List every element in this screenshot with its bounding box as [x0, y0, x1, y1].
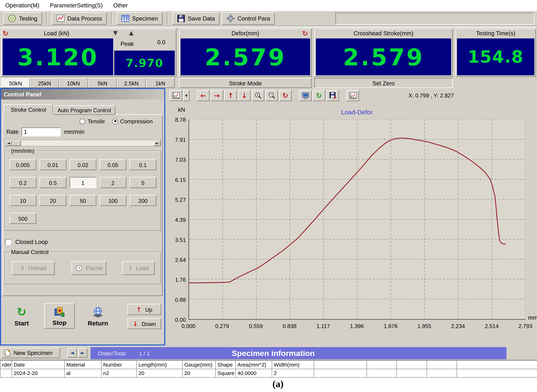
specimen-table: rderDateMaterialNumberLength(mm)Gauge(mm… [0, 360, 537, 378]
menu-item-parametersettings[interactable]: ParameterSetting(S) [50, 2, 103, 9]
rate-input[interactable] [22, 127, 61, 136]
range-button-10kn[interactable]: 10kN [59, 78, 88, 88]
unload-button[interactable]: ⇩ Unload [12, 261, 55, 275]
speed-button-0-005[interactable]: 0.005 [9, 159, 36, 170]
table-row[interactable]: 2024-2-20aln22020Square40.00002 [0, 369, 537, 378]
table-cell: 40.0000 [236, 369, 272, 378]
speed-button-10[interactable]: 10 [9, 195, 36, 206]
table-cell: 20 [182, 369, 216, 378]
speed-button-0-5[interactable]: 0.5 [40, 177, 66, 188]
load-value: 3.120 [17, 43, 98, 70]
speed-button-20[interactable]: 20 [40, 195, 66, 206]
peak-aux-value: 0.0 [157, 39, 165, 45]
column-header [367, 361, 397, 369]
new-specimen-button[interactable]: New Specimen [1, 348, 60, 358]
scrollbar-thumb[interactable] [12, 140, 21, 146]
speed-button-50[interactable]: 50 [69, 195, 96, 206]
range-button-25kn[interactable]: 25kN [30, 78, 59, 88]
table-cell: 20 [137, 369, 182, 378]
range-button-1kn[interactable]: 1kN [146, 78, 175, 88]
menu-item-operationm[interactable]: Operation(M) [5, 2, 39, 9]
tab-auto-program-control[interactable]: Auto Program Control [53, 105, 115, 115]
tensile-radio[interactable] [80, 118, 85, 124]
speed-group-label: (mm/min) [9, 148, 36, 154]
chartline-icon [56, 14, 65, 23]
load-display: 3.120 [3, 38, 113, 75]
arrow-left-icon: ← [200, 91, 206, 99]
speed-button-0-05[interactable]: 0.05 [100, 159, 126, 170]
next-specimen-button[interactable]: ► [78, 348, 88, 358]
x-tick-label: 2.514 [478, 323, 505, 329]
unload-arrow-icon: ⇩ [20, 265, 25, 271]
menu-item-other[interactable]: Other [113, 2, 128, 9]
tensile-label: Tensile [88, 118, 105, 124]
stroke-mode-button[interactable]: Stroke Mode [179, 78, 312, 88]
start-icon: ↻ [17, 306, 26, 319]
speed-button-2[interactable]: 2 [100, 177, 126, 188]
speed-button-0-01[interactable]: 0.01 [40, 159, 66, 170]
chart-select-button[interactable] [170, 90, 182, 101]
peak-down-icon[interactable]: ▼ [113, 29, 118, 36]
zoom-in-button[interactable] [252, 90, 264, 101]
stop-button[interactable]: Stop [44, 303, 75, 329]
closed-loop-label: Closed Loop [15, 239, 48, 245]
speed-button-200[interactable]: 200 [130, 195, 156, 206]
export-button[interactable] [326, 90, 339, 101]
speed-button-100[interactable]: 100 [100, 195, 126, 206]
pause-label: Pause [86, 265, 102, 271]
toolbar-button-save-data[interactable]: Save Data [172, 12, 220, 25]
scroll-left-icon[interactable]: ◄ [5, 140, 12, 146]
range-button-5kn[interactable]: 5kN [88, 78, 117, 88]
toolbar-separator [167, 13, 168, 24]
peak-up-icon[interactable]: ▲ [129, 29, 133, 36]
speed-button-0-2[interactable]: 0.2 [9, 177, 36, 188]
x-tick-label: 1.955 [411, 323, 438, 329]
toolbar-button-label: Data Process [67, 15, 102, 22]
speed-button-5[interactable]: 5 [130, 177, 156, 188]
range-button-50kn[interactable]: 50kN [1, 78, 30, 88]
load-label: Load (kN) [2, 30, 112, 36]
curve-view-button[interactable] [346, 90, 359, 101]
toolbar-button-data-process[interactable]: Data Process [51, 12, 107, 25]
speed-button-500[interactable]: 500 [9, 213, 36, 224]
pause-button[interactable]: Pause [72, 261, 106, 275]
range-button-2-5kn[interactable]: 2.5kN [117, 78, 146, 88]
start-button[interactable]: ↻ Start [7, 306, 36, 327]
specimen-table-wrap: rderDateMaterialNumberLength(mm)Gauge(mm… [0, 360, 537, 378]
defor-refresh-icon[interactable]: ↻ [302, 29, 308, 38]
prev-specimen-button[interactable]: ◄ [67, 348, 77, 358]
down-button[interactable]: ↓ Down [127, 318, 161, 329]
set-zero-button[interactable]: Set Zero [314, 78, 453, 88]
zoom-out-button[interactable] [265, 90, 278, 101]
tab-stroke-control[interactable]: Stroke Control [4, 104, 53, 115]
monitor-button[interactable] [299, 90, 312, 101]
pan-right-button[interactable]: → [211, 90, 223, 101]
toolbar-button-control-para[interactable]: Control Para [222, 12, 275, 25]
chart-title: Load-Defor [189, 108, 525, 116]
up-button[interactable]: ↑ Up [127, 304, 161, 315]
pan-up-button[interactable]: ↑ [224, 90, 237, 101]
pan-down-button[interactable]: ↓ [238, 90, 251, 101]
chart-plot[interactable] [189, 120, 525, 320]
chart-select-dropdown[interactable]: ▾ [183, 90, 190, 101]
specimen-info-bar: Order/Total: 1 / 1 Specimen information [91, 347, 506, 359]
speed-button-0-1[interactable]: 0.1 [130, 159, 156, 170]
speed-button-1[interactable]: 1 [69, 177, 96, 188]
rate-scrollbar[interactable]: ◄ ► [5, 140, 161, 146]
x-tick-label: 0.000 [175, 323, 202, 329]
return-button[interactable]: Return [82, 306, 114, 327]
closed-loop-checkbox[interactable] [5, 239, 11, 245]
defor-label-row: Defor(mm) ↻ [180, 29, 311, 38]
chart-toolbar: ▾ ← → ↑ ↓ ↻ ↻ X: 0.799 , Y: 2.827 [167, 89, 537, 102]
toolbar-button-testing[interactable]: Testing [3, 12, 42, 25]
load-button[interactable]: ⇧ Load [122, 261, 155, 275]
chart-refresh-button[interactable]: ↻ [279, 90, 292, 101]
speed-button-0-02[interactable]: 0.02 [69, 159, 96, 170]
specimen-bar: New Specimen ◄ ► Order/Total: 1 / 1 Spec… [0, 346, 537, 360]
pan-left-button[interactable]: ← [197, 90, 210, 101]
compression-radio[interactable] [112, 118, 118, 124]
column-header: Date [12, 361, 65, 369]
data-refresh-button[interactable]: ↻ [313, 90, 325, 101]
scroll-right-icon[interactable]: ► [154, 140, 161, 146]
toolbar-button-specimen[interactable]: Specimen [116, 12, 162, 25]
